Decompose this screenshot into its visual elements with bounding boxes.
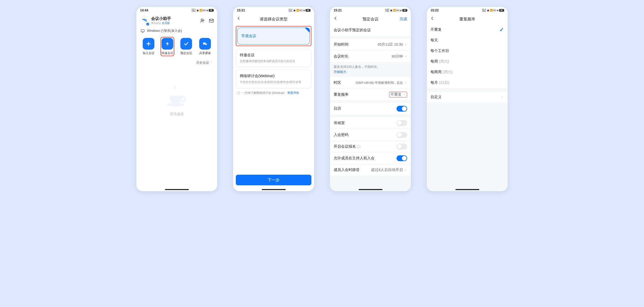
svg-rect-3 bbox=[141, 29, 144, 32]
navbar: 请选择会议类型 bbox=[233, 14, 314, 24]
quick-meeting-button[interactable]: 快速会议 bbox=[161, 37, 174, 56]
checkmark-icon: ✓ bbox=[499, 27, 504, 33]
schedule-meeting-button[interactable]: 预定会议 bbox=[180, 37, 193, 56]
info-icon[interactable]: i bbox=[357, 145, 360, 148]
join-meeting-button[interactable]: 加入会议 bbox=[142, 37, 155, 56]
page-title: 请选择会议类型 bbox=[260, 17, 288, 22]
back-button[interactable] bbox=[430, 16, 435, 21]
start-time-row[interactable]: 开始时间 05月11日 15:30 bbox=[330, 39, 411, 50]
navbar: 预定会议 完成 bbox=[330, 14, 411, 24]
meeting-history-link[interactable]: 历史会议 bbox=[136, 59, 217, 67]
mail-icon[interactable] bbox=[209, 18, 214, 23]
chevron-left-icon bbox=[430, 16, 435, 21]
option-webinar[interactable]: 网络研讨会(Webinar) 可支持大型会议/企业培训/沙龙/发布会/研讨会等 bbox=[236, 70, 311, 88]
mute-on-entry-row[interactable]: 成员入会时静音 超过6人后自动开启 bbox=[330, 164, 411, 176]
repeat-option-monthly[interactable]: 每月(11日) bbox=[427, 77, 508, 88]
home-handle[interactable] bbox=[359, 189, 382, 190]
svg-point-6 bbox=[167, 103, 184, 107]
calendar-toggle-row: 日历 bbox=[330, 103, 411, 115]
webinar-info: 一分钟了解网络研讨会 (Webinar) 查看详情 bbox=[236, 91, 311, 95]
learn-more-link[interactable]: 查看详情 bbox=[287, 91, 299, 95]
duration-row[interactable]: 会议时长 30分钟 bbox=[330, 50, 411, 62]
back-button[interactable] bbox=[236, 16, 241, 21]
waiting-room-toggle[interactable] bbox=[397, 120, 407, 126]
meeting-name-field[interactable]: 会议小助手预定的会议 bbox=[330, 24, 411, 36]
chevron-right-icon bbox=[210, 60, 213, 64]
screen-schedule-form: 15:21 8.80KB/s▣📶5G◈89 预定会议 完成 会议小助手预定的会议… bbox=[330, 7, 411, 191]
signal-icon: 📶 bbox=[199, 9, 202, 12]
hd-icon: ▣ bbox=[197, 9, 199, 12]
quick-actions: 加入会议 快速会议 预定会议 共享屏幕 bbox=[136, 35, 217, 59]
verified-icon bbox=[146, 23, 149, 26]
repeat-option-weekday[interactable]: 每个工作日 bbox=[427, 46, 508, 56]
repeat-row[interactable]: 重复频率 不重复 bbox=[330, 89, 411, 100]
done-button[interactable]: 完成 bbox=[400, 17, 407, 21]
screens-icon bbox=[202, 41, 208, 47]
check-icon bbox=[183, 41, 189, 47]
chevron-right-icon bbox=[403, 93, 406, 96]
repeat-option-daily[interactable]: 每天 bbox=[427, 35, 508, 46]
share-screen-button[interactable]: 共享屏幕 bbox=[199, 37, 211, 56]
chevron-right-icon bbox=[404, 81, 407, 84]
svg-rect-5 bbox=[205, 43, 207, 45]
option-regular-meeting[interactable]: 常规会议 bbox=[237, 28, 310, 45]
signup-row: 开启会议报名i bbox=[330, 141, 411, 152]
timezone-row[interactable]: 时区 (GMT+08:00) 中国标准时间 - 北京 bbox=[330, 77, 411, 89]
next-button[interactable]: 下一步 bbox=[236, 175, 311, 185]
status-bar: 15:21 10.3KB/s▣📶5G◈89 bbox=[233, 7, 314, 14]
chevron-left-icon bbox=[236, 16, 241, 21]
join-before-host-toggle[interactable] bbox=[397, 155, 407, 161]
meeting-type-list: 常规会议 特邀会议 仅您邀请的微信好友或群成员可加入此会议 网络研讨会(Webi… bbox=[233, 24, 314, 95]
chevron-right-icon bbox=[404, 55, 407, 58]
option-invite-meeting[interactable]: 特邀会议 仅您邀请的微信好友或群成员可加入此会议 bbox=[236, 49, 311, 67]
status-bar: 15:21 8.80KB/s▣📶5G◈89 bbox=[330, 7, 411, 14]
clock: 15:21 bbox=[237, 8, 245, 12]
login-status-row[interactable]: Windows 已登录(未入会) bbox=[136, 28, 217, 35]
upgrade-link[interactable]: 升级能力 bbox=[334, 70, 407, 74]
join-before-host-row: 允许成员在主持人前入会 bbox=[330, 152, 411, 164]
page-title: 重复频率 bbox=[459, 17, 475, 22]
status-bar: 14:44 23.3KB/s ▣ 📶 5G ◈ 93 bbox=[136, 7, 217, 14]
empty-state: 暂无会议 bbox=[136, 85, 217, 116]
clock: 14:44 bbox=[140, 8, 148, 12]
network-5g-icon: 5G bbox=[203, 9, 206, 12]
status-bar: 15:22 22.9KB/s▣📶5G◈89 bbox=[427, 7, 508, 14]
app-title: 会议小助手 bbox=[151, 16, 171, 21]
chevron-right-icon bbox=[404, 168, 407, 172]
page-title: 预定会议 bbox=[363, 17, 378, 22]
chevron-right-icon bbox=[501, 95, 504, 99]
home-handle[interactable] bbox=[165, 189, 189, 190]
navbar: 重复频率 bbox=[427, 14, 508, 24]
waiting-room-row: 等候室 bbox=[330, 117, 411, 129]
chevron-left-icon bbox=[333, 16, 338, 21]
brand-label: 腾讯会议 bbox=[151, 22, 161, 24]
home-handle[interactable] bbox=[262, 189, 286, 190]
repeat-option-biweekly[interactable]: 每两周(周六) bbox=[427, 67, 508, 77]
info-icon bbox=[237, 91, 240, 95]
back-button[interactable] bbox=[333, 16, 338, 21]
repeat-option-weekly[interactable]: 每周(周六) bbox=[427, 56, 508, 67]
screen-home: 14:44 23.3KB/s ▣ 📶 5G ◈ 93 会议小助手 腾讯会议 会员… bbox=[136, 7, 217, 191]
signup-toggle[interactable] bbox=[397, 144, 407, 150]
wifi-icon: ◈ bbox=[206, 9, 208, 12]
repeat-option-none[interactable]: 不重复 ✓ bbox=[427, 24, 508, 35]
lightning-icon bbox=[164, 41, 170, 47]
member-badge: 会员版 bbox=[162, 21, 170, 24]
highlight-box: 常规会议 bbox=[236, 26, 311, 46]
svg-point-1 bbox=[201, 19, 203, 21]
screen-repeat-frequency: 15:22 22.9KB/s▣📶5G◈89 重复频率 不重复 ✓ 每天 每个工作… bbox=[427, 7, 508, 191]
home-handle[interactable] bbox=[455, 189, 479, 190]
svg-point-8 bbox=[238, 92, 239, 92]
status-right: 23.3KB/s ▣ 📶 5G ◈ 93 bbox=[192, 8, 214, 12]
calendar-toggle[interactable] bbox=[397, 106, 407, 112]
app-logo bbox=[140, 16, 149, 25]
screen-select-type: 15:21 10.3KB/s▣📶5G◈89 请选择会议类型 常规会议 特邀会议 … bbox=[233, 7, 314, 191]
svg-rect-9 bbox=[238, 93, 239, 94]
battery-icon: 93 bbox=[209, 9, 214, 12]
monitor-icon bbox=[141, 29, 145, 33]
repeat-option-custom[interactable]: 自定义 bbox=[427, 92, 508, 102]
invite-user-icon[interactable] bbox=[200, 18, 205, 23]
password-toggle[interactable] bbox=[397, 132, 407, 138]
plus-icon bbox=[146, 41, 151, 47]
clock: 15:21 bbox=[334, 8, 342, 12]
